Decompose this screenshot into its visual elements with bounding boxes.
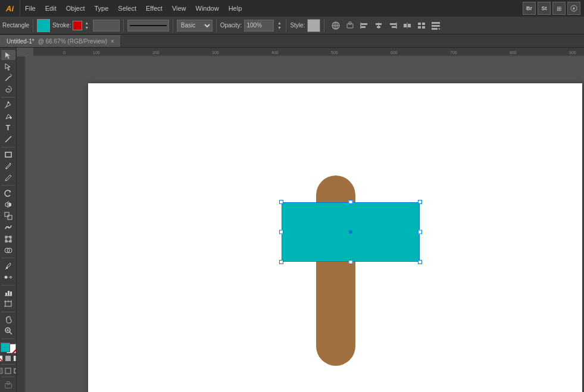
none-icon[interactable] [0,355,4,362]
handle-mr[interactable] [418,230,422,234]
lasso-tool[interactable] [1,84,15,95]
menu-file[interactable]: File [20,0,40,17]
divider-6 [324,19,324,32]
eyedropper-tool[interactable] [1,261,15,271]
separator-4 [2,258,15,258]
svg-rect-19 [418,23,421,25]
artboard-tool[interactable] [1,299,15,309]
stroke-normal-icon[interactable] [5,367,12,374]
scale-tool[interactable] [1,211,15,221]
selected-rectangle[interactable] [282,202,420,262]
swap-icon[interactable] [12,348,17,353]
globe-icon[interactable] [329,19,342,32]
type-tool[interactable]: T [1,123,15,133]
stroke-color-swatch[interactable] [73,21,82,30]
chart-tool[interactable] [1,287,15,297]
menu-help[interactable]: Help [224,0,247,17]
svg-rect-24 [432,25,440,27]
artboard-icon[interactable] [343,19,357,32]
fill-swatch[interactable] [1,343,10,352]
svg-rect-22 [422,26,425,29]
menu-window[interactable]: Window [191,0,224,17]
svg-rect-17 [408,24,411,27]
tab-close-button[interactable]: × [111,38,114,45]
paintbrush-tool[interactable] [1,161,15,171]
svg-rect-21 [418,26,421,29]
canvas-area[interactable]: 0 100 200 300 400 500 600 700 800 900 [17,48,584,392]
magic-wand-tool[interactable] [1,73,15,83]
rectangle-tool[interactable] [1,149,15,159]
style-dropdown[interactable]: Basic [177,20,213,32]
opacity-value[interactable]: 100% [244,20,274,32]
svg-text:0: 0 [63,51,65,55]
separator-1 [2,97,15,98]
warp-tool[interactable] [1,222,15,233]
svg-rect-78 [5,368,11,374]
svg-line-29 [11,74,11,75]
menu-object[interactable]: Object [61,0,90,17]
color-swatches[interactable] [1,343,16,354]
align-center-icon[interactable] [372,19,385,32]
fill-color-swatch[interactable] [37,19,50,32]
menu-select[interactable]: Select [113,0,141,17]
free-transform-tool[interactable] [1,234,15,244]
menu-effect[interactable]: Effect [141,0,167,17]
hand-tool[interactable] [1,315,15,325]
center-dot [349,230,352,234]
divider-3 [173,19,173,32]
handle-tc[interactable] [349,200,353,204]
blend-tool[interactable] [1,272,15,282]
menu-view[interactable]: View [167,0,191,17]
rotate-tool[interactable] [1,188,15,198]
selection-tool[interactable] [1,50,15,60]
handle-bc[interactable] [349,260,353,264]
align-distribute-icon[interactable] [415,19,428,32]
svg-line-54 [5,269,6,269]
pencil-tool[interactable] [1,173,15,183]
align-right-icon[interactable] [386,19,399,32]
document-tab[interactable]: Untitled-1* @ 66.67% (RGB/Preview) × [0,35,121,47]
fill-normal-icon[interactable] [0,367,4,374]
line-tool[interactable] [1,134,15,144]
stroke-style-box[interactable] [127,20,169,32]
pen-tool[interactable] [1,100,15,110]
svg-marker-41 [5,202,8,207]
svg-line-33 [5,107,6,108]
handle-tl[interactable] [279,200,283,204]
shape-builder-tool[interactable] [1,245,15,255]
stroke-arrows[interactable]: ▲ ▼ [83,21,90,30]
handle-ml[interactable] [279,230,283,234]
stock-button[interactable]: St [538,2,551,15]
svg-text:800: 800 [510,51,517,55]
stroke-weight-input[interactable] [93,20,120,32]
opacity-arrows[interactable]: ▲ ▼ [276,21,282,30]
align-left-icon[interactable] [358,19,371,32]
menu-edit[interactable]: Edit [40,0,61,17]
grid-button[interactable]: ⊞ [552,2,566,15]
right-icon-group [329,19,442,32]
menu-type[interactable]: Type [90,0,114,17]
direct-selection-tool[interactable] [1,61,15,71]
symbol-tool[interactable] [1,380,15,390]
style-swatch[interactable] [307,19,320,32]
svg-rect-77 [0,368,2,374]
color-mode-row [0,355,17,362]
bridge-button[interactable]: Br [523,2,536,15]
main-layout: T [0,48,584,392]
stroke-label: Stroke: [52,22,71,29]
handle-tr[interactable] [418,200,422,204]
handle-bl[interactable] [279,260,283,264]
svg-rect-53 [6,267,8,269]
reflect-tool[interactable] [1,199,15,209]
svg-rect-62 [5,302,11,306]
handle-br[interactable] [418,260,422,264]
zoom-tool[interactable] [1,326,15,336]
distribute-icon[interactable] [401,19,414,32]
color-icon[interactable] [5,355,12,362]
add-anchor-tool[interactable] [1,111,15,121]
svg-rect-81 [33,48,584,57]
style-label: Style: [290,22,305,29]
svg-rect-44 [8,215,12,219]
more-options-icon[interactable] [429,19,442,32]
fire-icon-button[interactable] [567,2,580,15]
